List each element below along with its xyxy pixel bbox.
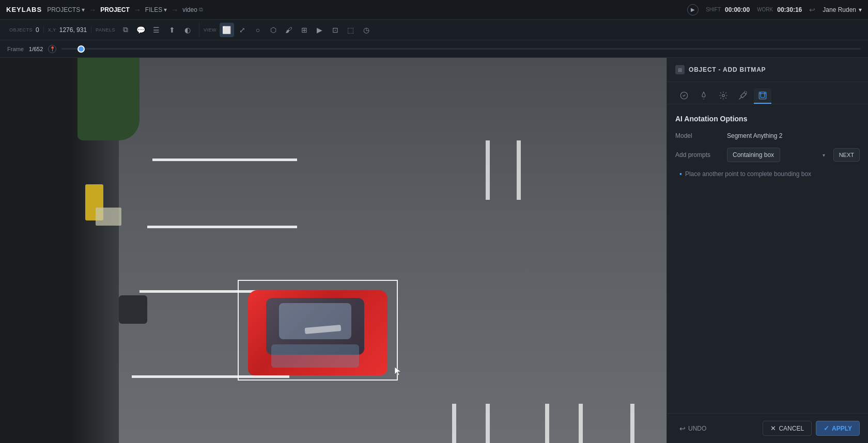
view-grid-btn[interactable]: ⊞ bbox=[297, 23, 312, 37]
brand-logo: KEYLABS bbox=[6, 6, 42, 13]
nav-files[interactable]: FILES ▾ bbox=[145, 6, 167, 13]
svg-rect-1 bbox=[759, 92, 766, 99]
undo-arrow-icon: ↩ bbox=[679, 424, 686, 433]
shift-time-info: SHIFT 00:00:00 bbox=[706, 6, 750, 13]
tab-recycle[interactable] bbox=[675, 88, 693, 104]
nav-sep-2: → bbox=[134, 6, 141, 14]
panel-share-btn[interactable]: ⧉ bbox=[118, 23, 133, 37]
spot-marker-5 bbox=[545, 404, 549, 443]
section-title: AI Anotation Options bbox=[675, 115, 860, 123]
spot-marker-4 bbox=[486, 404, 490, 443]
panel-title: OBJECT - ADD BITMAP bbox=[689, 66, 766, 73]
tab-gear[interactable] bbox=[715, 88, 732, 104]
prompts-row: Add prompts Containing box ▾ NEXT bbox=[675, 148, 860, 162]
model-label: Model bbox=[675, 132, 727, 139]
cancel-x-icon: ✕ bbox=[770, 424, 776, 432]
work-time-info: WORK 00:30:16 bbox=[757, 6, 802, 13]
dark-car bbox=[119, 295, 147, 324]
view-circle-btn[interactable]: ○ bbox=[251, 23, 265, 37]
nav-video[interactable]: video ⧉ bbox=[182, 6, 203, 13]
panel-list-btn[interactable]: ☰ bbox=[149, 23, 164, 37]
apply-button[interactable]: ✓ APPLY bbox=[816, 421, 860, 436]
tab-bitmap[interactable] bbox=[754, 88, 771, 104]
view-frame-btn[interactable]: ⊡ bbox=[328, 23, 343, 37]
parking-line-1 bbox=[152, 159, 297, 161]
play-button[interactable]: ▶ bbox=[687, 4, 699, 15]
svg-point-0 bbox=[722, 94, 725, 97]
nav-project[interactable]: PROJECT bbox=[100, 6, 130, 13]
panel-comment-btn[interactable]: 💬 bbox=[134, 23, 148, 37]
spot-marker-3 bbox=[452, 404, 456, 443]
panel-upload-btn[interactable]: ⬆ bbox=[165, 23, 179, 37]
frame-pin-btn[interactable]: 📍 bbox=[48, 45, 56, 53]
panel-header-icon: ⊞ bbox=[675, 65, 685, 74]
panels-group: PANELS ⧉ 💬 ☰ ⬆ ◐ bbox=[91, 23, 199, 37]
panel-footer: ↩ UNDO ✕ CANCEL ✓ APPLY bbox=[667, 413, 868, 443]
view-video-btn[interactable]: ▶ bbox=[313, 23, 327, 37]
hint-text: • Place another point to complete boundi… bbox=[675, 170, 860, 178]
view-group: VIEW ⬜ ⤢ ○ ⬡ 🖌 ⊞ ▶ ⊡ ⬚ ◷ bbox=[199, 23, 378, 37]
nav-sep-1: → bbox=[89, 6, 96, 14]
parking-line-2 bbox=[147, 226, 297, 228]
frame-slider-thumb[interactable] bbox=[78, 45, 85, 53]
canvas-area[interactable] bbox=[0, 58, 667, 443]
model-row: Model Segment Anything 2 bbox=[675, 132, 860, 139]
frame-slider-track bbox=[61, 48, 861, 50]
user-menu[interactable]: Jane Ruden ▾ bbox=[823, 6, 862, 13]
nav-projects[interactable]: PROJECTS ▾ bbox=[47, 6, 85, 13]
prompts-label: Add prompts bbox=[675, 151, 727, 159]
view-poly-btn[interactable]: ⬡ bbox=[266, 23, 281, 37]
right-panel: ⊞ OBJECT - ADD BITMAP bbox=[667, 58, 868, 443]
tab-magic[interactable] bbox=[734, 88, 752, 104]
spot-marker-6 bbox=[579, 404, 583, 443]
hint-bullet: • bbox=[679, 170, 682, 178]
spot-marker-7 bbox=[630, 404, 634, 443]
spot-marker-1 bbox=[486, 140, 490, 200]
top-navigation: KEYLABS PROJECTS ▾ → PROJECT → FILES ▾ →… bbox=[0, 0, 868, 20]
next-button[interactable]: NEXT bbox=[833, 148, 860, 162]
spot-marker-2 bbox=[517, 140, 521, 200]
select-container: Containing box ▾ bbox=[727, 148, 829, 162]
xy-group: X,Y 1276, 931 bbox=[44, 26, 91, 34]
footer-left: ↩ UNDO bbox=[675, 421, 710, 436]
apply-check-icon: ✓ bbox=[824, 424, 829, 432]
svg-rect-2 bbox=[761, 93, 765, 98]
select-chevron-icon: ▾ bbox=[823, 152, 825, 158]
model-value: Segment Anything 2 bbox=[727, 132, 782, 139]
frame-slider[interactable] bbox=[61, 48, 861, 51]
objects-group: OBJECTS 0 bbox=[5, 26, 44, 34]
undo-button[interactable]: ↩ UNDO bbox=[675, 421, 710, 436]
view-expand-btn[interactable]: ⤢ bbox=[235, 23, 250, 37]
panel-tabs bbox=[667, 82, 868, 104]
prompts-select[interactable]: Containing box bbox=[727, 148, 780, 162]
sign-object bbox=[96, 208, 121, 226]
topnav-right: ▶ SHIFT 00:00:00 WORK 00:30:16 ↩ Jane Ru… bbox=[687, 4, 862, 15]
main-content: ⊞ OBJECT - ADD BITMAP bbox=[0, 58, 868, 443]
cancel-button[interactable]: ✕ CANCEL bbox=[763, 421, 812, 436]
panel-contrast-btn[interactable]: ◐ bbox=[180, 23, 195, 37]
nav-sep-3: → bbox=[171, 6, 178, 14]
video-icon: ⧉ bbox=[199, 6, 203, 13]
toolbar: OBJECTS 0 X,Y 1276, 931 PANELS ⧉ 💬 ☰ ⬆ ◐… bbox=[0, 20, 868, 40]
view-box-btn[interactable]: ⬜ bbox=[220, 23, 234, 37]
prompts-select-wrapper: Containing box ▾ NEXT bbox=[727, 148, 860, 162]
panel-body: AI Anotation Options Model Segment Anyth… bbox=[667, 104, 868, 413]
tab-fire[interactable] bbox=[695, 88, 712, 104]
panel-header: ⊞ OBJECT - ADD BITMAP bbox=[667, 58, 868, 82]
footer-right: ✕ CANCEL ✓ APPLY bbox=[763, 421, 860, 436]
vegetation bbox=[78, 58, 140, 140]
red-car bbox=[238, 285, 398, 381]
frame-bar: Frame 1/652 📍 bbox=[0, 40, 868, 58]
view-clock-btn[interactable]: ◷ bbox=[359, 23, 374, 37]
view-paint-btn[interactable]: 🖌 bbox=[282, 23, 296, 37]
undo-icon[interactable]: ↩ bbox=[809, 6, 815, 14]
view-tag-btn[interactable]: ⬚ bbox=[344, 23, 358, 37]
